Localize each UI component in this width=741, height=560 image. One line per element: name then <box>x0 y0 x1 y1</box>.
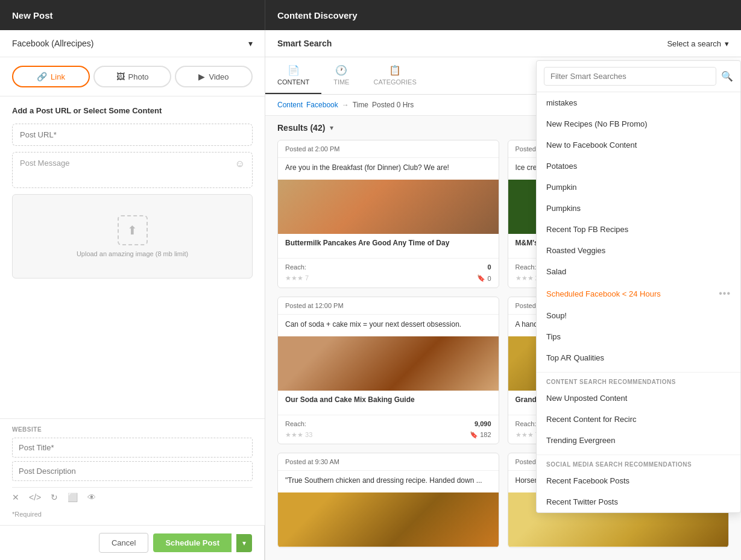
dropdown-item-new-unposted[interactable]: New Unposted Content <box>537 388 740 409</box>
filter-content-link[interactable]: Content <box>277 101 303 109</box>
results-count: Results (42) <box>277 123 325 133</box>
dropdown-item-salad[interactable]: Salad <box>537 261 740 282</box>
link-button[interactable]: 🔗 Link <box>12 66 90 87</box>
card-text: Are you in the Breakfast (for Dinner) Cl… <box>278 158 499 180</box>
reach-value: 9,090 <box>475 420 491 427</box>
media-buttons: 🔗 Link 🖼 Photo ▶ Video <box>0 57 265 96</box>
categories-tab-icon: 📋 <box>389 64 401 76</box>
crop-icon[interactable]: ⬜ <box>68 492 78 502</box>
photo-icon: 🖼 <box>116 72 125 81</box>
close-icon[interactable]: ✕ <box>12 492 19 502</box>
video-label: Video <box>209 72 229 81</box>
reach-label: Reach: <box>285 263 306 271</box>
content-tab-icon: 📄 <box>288 64 300 76</box>
post-message-placeholder: Post Message <box>20 159 69 168</box>
reach-value: 0 <box>487 263 491 271</box>
upload-text: Upload an amazing image (8 mb limit) <box>77 250 188 257</box>
emoji-icon[interactable]: ☺ <box>235 159 245 169</box>
search-dropdown: 🔍 mistakes New Recipes (No FB Promo) New… <box>536 60 741 513</box>
card-text: Can of soda + cake mix = your next desse… <box>278 315 499 336</box>
dropdown-item-roasted[interactable]: Roasted Veggies <box>537 240 740 261</box>
link-icon: 🔗 <box>37 72 47 81</box>
left-panel: Facebook (Allrecipes) ▾ 🔗 Link 🖼 Photo ▶… <box>0 30 265 560</box>
right-panel: Smart Search Select a search ▾ 📄 CONTENT… <box>265 30 741 560</box>
stars-icon: ★★★ 7 <box>285 274 309 282</box>
app-container: New Post Content Discovery Facebook (All… <box>0 0 741 560</box>
time-tab-label: TIME <box>333 78 349 86</box>
eye-icon[interactable]: 👁 <box>87 492 96 502</box>
time-tab-icon: 🕐 <box>335 64 347 76</box>
dropdown-item-pumpkins[interactable]: Pumpkins <box>537 198 740 219</box>
editor-toolbar: ✕ </> ↻ ⬜ 👁 <box>12 487 253 507</box>
select-search-label: Select a search <box>667 39 721 48</box>
refresh-icon[interactable]: ↻ <box>51 492 58 502</box>
filter-smart-searches-input[interactable] <box>544 67 716 86</box>
dropdown-item-top-ar[interactable]: Top AR Qualities <box>537 347 740 368</box>
website-label: WEBSITE <box>12 426 253 433</box>
post-description-input[interactable] <box>12 461 253 481</box>
dropdown-item-new-recipes[interactable]: New Recipes (No FB Promo) <box>537 113 740 134</box>
account-label: Facebook (Allrecipes) <box>12 39 93 48</box>
filter-input-wrap: 🔍 <box>537 61 740 92</box>
result-card[interactable]: Posted at 12:00 PM Can of soda + cake mi… <box>277 297 499 445</box>
new-post-header: New Post <box>0 0 265 30</box>
content-section: Add a Post URL or Select Some Content Po… <box>0 96 265 418</box>
content-recommendations-label: CONTENT SEARCH RECOMMENDATIONS <box>537 372 740 388</box>
dropdown-item-scheduled[interactable]: Scheduled Facebook < 24 Hours ••• <box>537 282 740 305</box>
select-search-button[interactable]: Select a search ▾ <box>667 39 729 48</box>
photo-button[interactable]: 🖼 Photo <box>93 66 171 87</box>
schedule-post-button[interactable]: Schedule Post <box>153 533 232 552</box>
cancel-button[interactable]: Cancel <box>99 533 148 553</box>
categories-tab-label: CATEGORIES <box>373 78 416 86</box>
content-section-title: Add a Post URL or Select Some Content <box>12 106 253 115</box>
content-tab-label: CONTENT <box>277 78 309 86</box>
smart-search-label: Smart Search <box>277 39 332 48</box>
dropdown-item-soup[interactable]: Soup! <box>537 305 740 326</box>
upload-icon: ⬆ <box>118 215 148 245</box>
result-card[interactable]: Posted at 9:30 AM "True Southern chicken… <box>277 453 499 548</box>
share-count: 🔖 182 <box>470 431 491 439</box>
photo-label: Photo <box>128 72 149 81</box>
dropdown-item-recent-facebook[interactable]: Recent Facebook Posts <box>537 470 740 491</box>
top-header: New Post Content Discovery <box>0 0 741 30</box>
search-icon[interactable]: 🔍 <box>721 71 733 82</box>
card-posted-time: Posted at 12:00 PM <box>278 297 499 315</box>
content-discovery-header: Content Discovery <box>265 0 741 30</box>
dropdown-item-pumpkin[interactable]: Pumpkin <box>537 177 740 198</box>
required-note: *Required <box>12 511 253 518</box>
dropdown-item-tips[interactable]: Tips <box>537 326 740 347</box>
post-title-input[interactable] <box>12 438 253 458</box>
post-url-input[interactable] <box>12 124 253 146</box>
filter-time-text: Time <box>353 101 368 109</box>
post-message-field[interactable]: Post Message ☺ <box>12 152 253 188</box>
new-post-title: New Post <box>12 10 53 20</box>
tab-content[interactable]: 📄 CONTENT <box>265 57 321 94</box>
filter-facebook-link[interactable]: Facebook <box>306 101 338 109</box>
item-more-icon[interactable]: ••• <box>719 288 731 299</box>
card-text: "True Southern chicken and dressing reci… <box>278 471 499 492</box>
dropdown-item-recent-twitter[interactable]: Recent Twitter Posts <box>537 491 740 512</box>
card-footer: Reach: 9,090 ★★★ 33 🔖 182 <box>278 415 499 444</box>
right-header: Smart Search Select a search ▾ <box>265 30 741 57</box>
card-footer: Reach: 0 ★★★ 7 🔖 0 <box>278 258 499 287</box>
schedule-dropdown-button[interactable]: ▾ <box>236 534 252 552</box>
video-button[interactable]: ▶ Video <box>175 66 253 87</box>
stars-icon: ★★★ 33 <box>285 431 312 439</box>
image-upload-area[interactable]: ⬆ Upload an amazing image (8 mb limit) <box>12 194 253 278</box>
tab-time[interactable]: 🕐 TIME <box>321 57 361 94</box>
filter-posted-text: Posted 0 Hrs <box>372 101 414 109</box>
result-card[interactable]: Posted at 2:00 PM Are you in the Breakfa… <box>277 140 499 288</box>
share-count: 🔖 0 <box>477 274 491 282</box>
dropdown-item-recent-top[interactable]: Recent Top FB Recipes <box>537 219 740 240</box>
dropdown-item-recent-recirc[interactable]: Recent Content for Recirc <box>537 409 740 430</box>
tab-categories[interactable]: 📋 CATEGORIES <box>361 57 428 94</box>
card-image <box>278 180 499 234</box>
code-icon[interactable]: </> <box>29 492 41 502</box>
account-selector[interactable]: Facebook (Allrecipes) ▾ <box>0 30 265 57</box>
main-content: Facebook (Allrecipes) ▾ 🔗 Link 🖼 Photo ▶… <box>0 30 741 560</box>
dropdown-item-potatoes[interactable]: Potatoes <box>537 156 740 177</box>
dropdown-item-mistakes[interactable]: mistakes <box>537 92 740 113</box>
dropdown-item-trending[interactable]: Trending Evergreen <box>537 430 740 451</box>
results-chevron-icon[interactable]: ▾ <box>330 124 333 132</box>
dropdown-item-new-facebook[interactable]: New to Facebook Content <box>537 134 740 156</box>
